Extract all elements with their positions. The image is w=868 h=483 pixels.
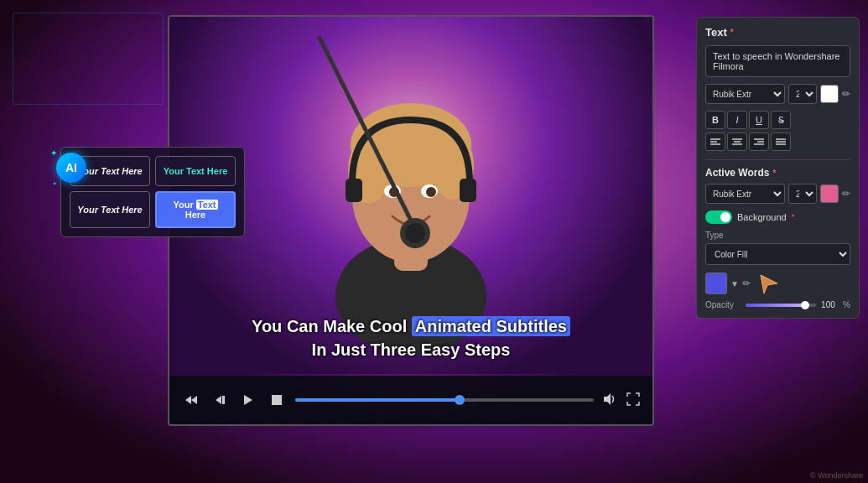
bg-eyedropper-icon[interactable]: ✏ xyxy=(742,278,751,289)
stop-button[interactable] xyxy=(267,390,287,410)
style-card-3[interactable]: Your Text Here xyxy=(70,191,150,228)
bold-label: B xyxy=(712,115,719,125)
cursor-icon xyxy=(757,272,781,295)
underline-label: U xyxy=(756,115,762,125)
style-card-1-text: Your Text Here xyxy=(77,166,142,176)
svg-point-9 xyxy=(426,187,436,197)
progress-thumb xyxy=(455,395,465,405)
style-card-3-text: Your Text Here xyxy=(77,205,142,215)
text-input-value: Text to speech in Wondershare Filmora xyxy=(713,51,839,71)
opacity-label: Opacity xyxy=(705,300,741,309)
svg-point-14 xyxy=(405,223,425,243)
sparkle-1: ✦ xyxy=(50,148,57,158)
align-justify-button[interactable] xyxy=(771,132,791,151)
strikethrough-button[interactable]: S̶ xyxy=(771,111,791,129)
opacity-slider[interactable] xyxy=(746,304,816,307)
svg-marker-16 xyxy=(191,396,197,404)
svg-marker-34 xyxy=(761,275,777,293)
style-card-4-before: Your xyxy=(173,200,195,210)
background-toggle-row: Background * xyxy=(705,210,850,224)
font-row: Rubik Extr 25 ✏ xyxy=(705,84,850,104)
sparkle-4: ⋆ xyxy=(52,179,57,188)
subtitle-container: You Can Make Cool Animated Subtitles In … xyxy=(169,306,652,370)
text-panel-title: Text * xyxy=(705,26,850,39)
font-size-selector[interactable]: 25 xyxy=(788,84,817,104)
aw-font-row: Rubik Extr 25 ✏ xyxy=(705,184,850,204)
opacity-fill xyxy=(746,304,805,307)
progress-bar[interactable] xyxy=(295,398,594,402)
subtitle-line1: You Can Make Cool Animated Subtitles xyxy=(178,314,644,338)
text-content-input[interactable]: Text to speech in Wondershare Filmora xyxy=(705,45,850,77)
align-center-button[interactable] xyxy=(727,132,747,151)
background-label: Background xyxy=(737,212,787,222)
format-buttons-row: B I U S̶ xyxy=(705,111,850,129)
italic-label: I xyxy=(735,115,738,125)
style-card-4-highlight: Text xyxy=(196,200,218,210)
active-words-title: Active Words * xyxy=(705,167,850,179)
italic-button[interactable]: I xyxy=(727,111,747,129)
text-panel-title-label: Text xyxy=(705,26,727,39)
font-selector[interactable]: Rubik Extr xyxy=(705,84,785,104)
rewind-button[interactable] xyxy=(181,390,201,410)
aw-font-selector[interactable]: Rubik Extr xyxy=(705,184,785,204)
bold-button[interactable]: B xyxy=(705,111,725,129)
svg-rect-20 xyxy=(272,395,282,405)
volume-icon[interactable] xyxy=(602,392,617,409)
active-words-asterisk: * xyxy=(772,169,776,178)
opacity-value: 100 xyxy=(821,300,838,309)
style-cards-panel: Your Text Here Your Text Here Your Text … xyxy=(60,147,245,237)
active-words-label: Active Words xyxy=(705,167,769,179)
svg-marker-21 xyxy=(604,393,611,405)
text-panel: Text * Text to speech in Wondershare Fil… xyxy=(696,17,860,319)
style-card-2[interactable]: Your Text Here xyxy=(155,156,236,186)
background-asterisk: * xyxy=(792,213,795,222)
watermark: © Wondershare xyxy=(810,471,863,480)
bg-color-row: ▼ ✏ xyxy=(705,272,850,295)
style-card-2-text: Your Text Here xyxy=(164,166,228,176)
fullscreen-icon[interactable] xyxy=(626,392,641,409)
align-left-button[interactable] xyxy=(705,132,725,151)
opacity-pct: % xyxy=(843,300,850,309)
text-panel-asterisk: * xyxy=(730,28,734,37)
eyedropper-icon[interactable]: ✏ xyxy=(842,88,850,100)
svg-marker-17 xyxy=(216,396,221,404)
color-arrow-icon[interactable]: ▼ xyxy=(730,279,739,288)
svg-rect-11 xyxy=(460,179,476,202)
aw-font-size-selector[interactable]: 25 xyxy=(788,184,817,204)
background-type-selector[interactable]: Color Fill xyxy=(705,243,850,265)
align-right-button[interactable] xyxy=(749,132,769,151)
opacity-row: Opacity 100 % xyxy=(705,300,850,309)
style-card-4-after: Here xyxy=(185,210,205,220)
bg-color-box[interactable] xyxy=(705,273,727,294)
ai-label: AI xyxy=(65,161,77,174)
aw-eyedropper-icon[interactable]: ✏ xyxy=(842,188,850,200)
svg-rect-10 xyxy=(346,179,362,202)
aw-color-box[interactable] xyxy=(820,184,839,203)
video-controls-bar xyxy=(169,376,652,424)
progress-fill xyxy=(295,398,460,402)
style-card-4-text: Your Text Here xyxy=(162,200,229,220)
play-button[interactable] xyxy=(238,390,258,410)
subtitle-line2: In Just Three Easy Steps xyxy=(178,338,644,361)
subtitle-text-1: You Can Make Cool xyxy=(252,317,407,335)
svg-marker-15 xyxy=(185,396,191,404)
svg-rect-18 xyxy=(222,396,225,404)
subtitle-highlight: Animated Subtitles xyxy=(412,316,570,336)
background-toggle[interactable] xyxy=(705,210,732,224)
type-label: Type xyxy=(705,231,850,240)
opacity-thumb xyxy=(801,301,809,309)
align-buttons-row xyxy=(705,132,850,151)
step-back-button[interactable] xyxy=(210,390,230,410)
style-card-4-selected[interactable]: Your Text Here xyxy=(155,191,236,228)
ai-circle: AI xyxy=(56,153,86,183)
toggle-knob xyxy=(720,212,730,222)
underline-button[interactable]: U xyxy=(749,111,769,129)
svg-marker-19 xyxy=(244,395,252,405)
panel-divider xyxy=(705,159,850,160)
text-color-box[interactable] xyxy=(820,85,839,103)
